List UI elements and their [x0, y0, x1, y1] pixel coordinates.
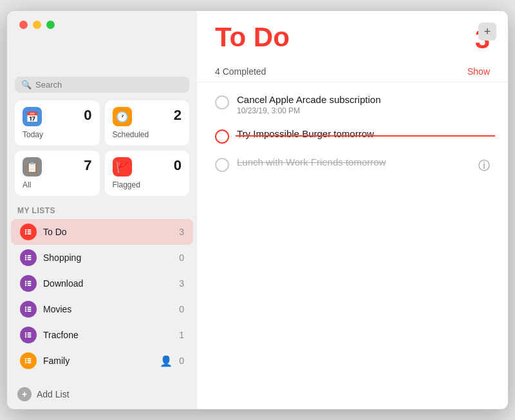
svg-rect-21: [28, 309, 32, 310]
task-title-task2: Try Impossible Burger tomorrow: [237, 128, 490, 139]
list-icon-family: [20, 352, 37, 369]
task-content-task2: Try Impossible Burger tomorrow: [237, 128, 490, 139]
add-list-label: Add List: [37, 389, 70, 399]
search-box[interactable]: 🔍: [15, 77, 189, 93]
task-radio-task2[interactable]: [215, 129, 229, 144]
list-icon-shopping: [20, 249, 37, 266]
list-name-family: Family: [43, 356, 153, 366]
smart-card-count-all: 7: [84, 157, 91, 174]
svg-point-32: [25, 360, 26, 361]
svg-rect-19: [28, 307, 32, 308]
close-button[interactable]: [19, 21, 28, 29]
smart-card-label-scheduled: Scheduled: [113, 130, 182, 139]
app-window: 🔍 📅 0 Today 🕐 2 Scheduled 📋 7 All 🚩 0 Fl: [6, 10, 509, 410]
main-title: To Do: [215, 24, 290, 51]
sidebar-item-family[interactable]: Family 👤 0: [11, 348, 193, 374]
svg-point-24: [25, 332, 26, 334]
smart-card-flagged[interactable]: 🚩 0 Flagged: [105, 151, 190, 196]
svg-point-4: [25, 233, 26, 234]
list-count-todo: 3: [179, 227, 184, 237]
add-list-button[interactable]: + Add List: [7, 379, 197, 409]
window-frame: 🔍 📅 0 Today 🕐 2 Scheduled 📋 7 All 🚩 0 Fl: [6, 10, 509, 410]
show-completed-button[interactable]: Show: [467, 66, 490, 77]
sidebar-item-movies[interactable]: Movies 0: [11, 296, 193, 322]
task-title-task1: Cancel Apple Arcade subscription: [237, 94, 490, 105]
svg-point-10: [25, 259, 26, 260]
svg-point-18: [25, 307, 26, 308]
sidebar-item-todo[interactable]: To Do 3: [11, 219, 193, 245]
smart-card-icon-flagged: 🚩: [113, 157, 132, 177]
search-container: 🔍: [15, 77, 189, 93]
smart-lists-grid: 📅 0 Today 🕐 2 Scheduled 📋 7 All 🚩 0 Flag…: [7, 100, 197, 204]
sidebar-item-tracfone[interactable]: Tracfone 1: [11, 322, 193, 348]
task-item-task1: Cancel Apple Arcade subscription 10/23/1…: [197, 88, 508, 122]
list-icon-todo: [20, 224, 37, 240]
svg-rect-15: [28, 283, 32, 284]
list-name-tracfone: Tracfone: [43, 330, 173, 340]
svg-point-8: [25, 257, 26, 258]
svg-rect-13: [28, 281, 32, 282]
smart-card-icon-today: 📅: [23, 107, 42, 126]
titlebar-buttons: [19, 21, 55, 29]
shared-icon-family: 👤: [160, 355, 173, 367]
task-subtitle-task1: 10/23/19, 3:00 PM: [237, 106, 490, 115]
sidebar-item-download[interactable]: Download 3: [11, 271, 193, 296]
svg-rect-3: [28, 231, 32, 233]
svg-rect-9: [28, 257, 32, 258]
smart-card-today[interactable]: 📅 0 Today: [15, 100, 100, 146]
search-input[interactable]: [35, 80, 183, 90]
svg-point-20: [25, 309, 26, 310]
svg-point-34: [25, 362, 26, 363]
task-info-icon-task3[interactable]: ⓘ: [478, 158, 490, 173]
list-count-family: 0: [179, 356, 184, 366]
list-name-todo: To Do: [43, 227, 173, 237]
my-lists-label: My Lists: [7, 204, 197, 219]
list-icon-tracfone: [20, 327, 37, 343]
sidebar: 🔍 📅 0 Today 🕐 2 Scheduled 📋 7 All 🚩 0 Fl: [7, 11, 197, 409]
task-content-task3: Lunch with Work Friends tomorrow: [237, 157, 471, 167]
svg-rect-11: [28, 259, 32, 260]
smart-card-label-flagged: Flagged: [113, 180, 182, 189]
smart-card-count-today: 0: [84, 107, 91, 124]
task-item-task2: Try Impossible Burger tomorrow: [197, 122, 508, 150]
svg-rect-31: [28, 358, 32, 359]
list-icon-movies: [20, 301, 37, 318]
svg-rect-5: [28, 233, 32, 234]
svg-point-22: [25, 310, 26, 312]
smart-card-top-flagged: 🚩 0: [113, 157, 182, 177]
svg-rect-17: [28, 285, 32, 286]
task-radio-task3[interactable]: [215, 158, 229, 172]
list-items-container: To Do 3 Shopping 0 Download 3: [7, 219, 197, 379]
smart-card-all[interactable]: 📋 7 All: [15, 151, 100, 196]
smart-card-top-all: 📋 7: [23, 157, 92, 177]
task-radio-task1[interactable]: [215, 95, 229, 110]
svg-point-16: [25, 285, 26, 286]
svg-rect-35: [28, 362, 32, 363]
completed-bar: 4 Completed Show: [197, 61, 508, 82]
task-item-task3: Lunch with Work Friends tomorrow ⓘ: [197, 150, 508, 180]
svg-point-6: [25, 255, 26, 256]
task-list: Cancel Apple Arcade subscription 10/23/1…: [197, 82, 508, 409]
main-header: To Do 3: [197, 11, 508, 61]
svg-point-30: [25, 358, 26, 359]
svg-rect-29: [28, 336, 32, 338]
smart-card-count-flagged: 0: [174, 157, 182, 174]
list-icon-download: [20, 275, 37, 292]
minimize-button[interactable]: [33, 21, 41, 29]
list-name-download: Download: [43, 278, 173, 289]
smart-card-scheduled[interactable]: 🕐 2 Scheduled: [105, 100, 190, 146]
svg-point-14: [25, 283, 26, 284]
list-count-download: 3: [179, 278, 184, 289]
svg-rect-25: [28, 332, 32, 334]
svg-point-12: [25, 281, 26, 282]
sidebar-item-shopping[interactable]: Shopping 0: [11, 245, 193, 271]
search-icon: 🔍: [21, 80, 32, 90]
svg-rect-33: [28, 360, 32, 361]
smart-card-label-all: All: [23, 180, 92, 189]
svg-rect-7: [28, 255, 32, 256]
svg-point-28: [25, 336, 26, 338]
svg-rect-23: [28, 310, 32, 312]
completed-count-label: 4 Completed: [215, 66, 266, 77]
add-task-button[interactable]: +: [478, 23, 496, 41]
maximize-button[interactable]: [46, 21, 55, 29]
